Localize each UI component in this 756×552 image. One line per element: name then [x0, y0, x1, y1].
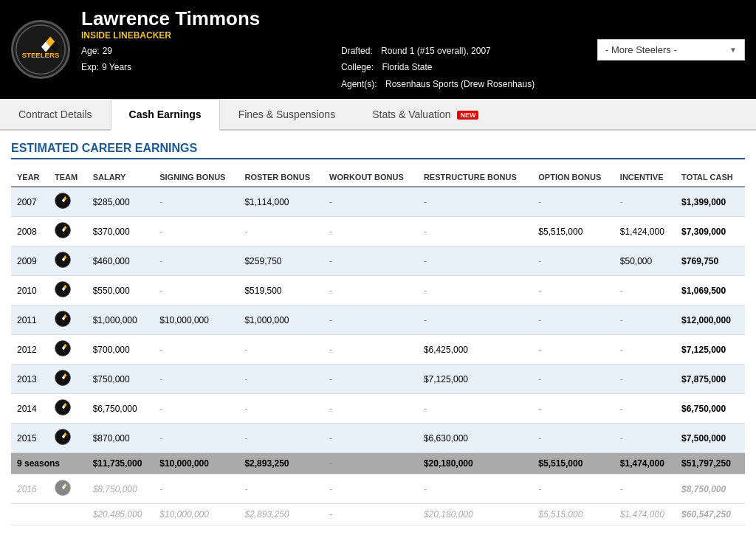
cell-restructure: -: [418, 394, 532, 424]
cell-option: -: [532, 276, 614, 306]
cell-roster: -: [238, 335, 323, 365]
cell-restructure: -: [418, 246, 532, 276]
cell-option: -: [532, 424, 614, 453]
cell-total: $6,750,000: [676, 394, 745, 424]
team-select-dropdown[interactable]: - More Steelers - ▼: [597, 39, 745, 61]
tab-fines-suspensions[interactable]: Fines & Suspensions: [220, 99, 354, 129]
cell-incentive: -: [614, 335, 676, 365]
total-roster: $2,893,250: [238, 453, 323, 475]
player-header: STEELERS Lawrence Timmons INSIDE LINEBAC…: [0, 0, 756, 99]
cell-year: 2010: [11, 276, 49, 306]
future-row: 2016 $8,750,000 - - - - - - $8,750,000: [11, 475, 745, 504]
cell-roster: $259,750: [238, 246, 323, 276]
drafted-value: Round 1 (#15 overall), 2007: [381, 44, 491, 58]
cell-year: 2007: [11, 187, 49, 217]
age-label: Age:: [81, 44, 100, 58]
table-header-row: YEAR TEAM SALARY SIGNING BONUS ROSTER BO…: [11, 168, 745, 187]
exp-value: 9 Years: [102, 60, 131, 75]
agents-value: Rosenhaus Sports (Drew Rosenhaus): [385, 77, 535, 92]
cell-salary: $750,000: [87, 365, 154, 394]
cell-signing: -: [154, 335, 238, 365]
cell-total: $1,399,000: [676, 187, 745, 217]
future-team: [49, 475, 87, 504]
cell-signing: -: [154, 217, 238, 246]
cell-signing: $10,000,000: [154, 306, 238, 335]
cell-incentive: $1,424,000: [614, 217, 676, 246]
college-value: Florida State: [382, 60, 432, 75]
cell-restructure: $7,125,000: [418, 365, 532, 394]
cell-workout: -: [323, 335, 418, 365]
cell-year: 2009: [11, 246, 49, 276]
cell-salary: $550,000: [87, 276, 154, 306]
header-right: - More Steelers - ▼: [597, 39, 745, 61]
cell-incentive: -: [614, 424, 676, 453]
table-row: 2010 $550,000 - $519,500 - - - - $1,069,…: [11, 276, 745, 306]
gt-signing: $10,000,000: [154, 504, 238, 525]
cell-option: -: [532, 246, 614, 276]
future-year: 2016: [11, 475, 49, 504]
cell-option: -: [532, 365, 614, 394]
th-signing-bonus: SIGNING BONUS: [154, 168, 238, 187]
tab-cash-earnings[interactable]: Cash Earnings: [111, 99, 220, 131]
agents-label: Agent(s):: [341, 77, 377, 92]
total-cash: $51,797,250: [676, 453, 745, 475]
cell-incentive: -: [614, 394, 676, 424]
gt-salary: $20,485,000: [87, 504, 154, 525]
gt-incentive: $1,474,000: [614, 504, 676, 525]
dropdown-arrow-icon: ▼: [729, 46, 737, 54]
future-workout: -: [323, 475, 418, 504]
th-workout-bonus: WORKOUT BONUS: [323, 168, 418, 187]
cell-total: $7,875,000: [676, 365, 745, 394]
cell-workout: -: [323, 276, 418, 306]
future-option: -: [532, 475, 614, 504]
cell-total: $12,000,000: [676, 306, 745, 335]
future-salary: $8,750,000: [87, 475, 154, 504]
section-title: ESTIMATED CAREER EARNINGS: [11, 142, 745, 159]
cell-total: $7,309,000: [676, 217, 745, 246]
cell-workout: -: [323, 217, 418, 246]
tab-contract-details[interactable]: Contract Details: [0, 99, 111, 129]
th-year: YEAR: [11, 168, 49, 187]
earnings-table: YEAR TEAM SALARY SIGNING BONUS ROSTER BO…: [11, 168, 745, 525]
cell-option: -: [532, 187, 614, 217]
cell-total: $769,750: [676, 246, 745, 276]
team-logo: STEELERS: [11, 20, 70, 79]
cell-restructure: -: [418, 217, 532, 246]
gt-roster: $2,893,250: [238, 504, 323, 525]
cell-workout: -: [323, 306, 418, 335]
team-select-label: - More Steelers -: [605, 44, 677, 55]
cell-incentive: -: [614, 306, 676, 335]
total-incentive: $1,474,000: [614, 453, 676, 475]
totals-row: 9 seasons $11,735,000 $10,000,000 $2,893…: [11, 453, 745, 475]
cell-incentive: -: [614, 187, 676, 217]
table-row: 2009 $460,000 - $259,750 - - - $50,000 $…: [11, 246, 745, 276]
cell-team: [49, 187, 87, 217]
cell-roster: -: [238, 365, 323, 394]
cell-workout: -: [323, 246, 418, 276]
th-roster-bonus: ROSTER BONUS: [238, 168, 323, 187]
future-roster: -: [238, 475, 323, 504]
gt-restructure: $20,180,000: [418, 504, 532, 525]
cell-option: $5,515,000: [532, 217, 614, 246]
cell-workout: -: [323, 187, 418, 217]
th-salary: SALARY: [87, 168, 154, 187]
tab-stats-valuation[interactable]: Stats & Valuation NEW: [354, 99, 497, 129]
cell-team: [49, 246, 87, 276]
cell-team: [49, 276, 87, 306]
cell-option: -: [532, 306, 614, 335]
cell-option: -: [532, 394, 614, 424]
grand-total-label: [11, 504, 87, 525]
tab-bar: Contract Details Cash Earnings Fines & S…: [0, 99, 756, 131]
cell-incentive: -: [614, 276, 676, 306]
table-row: 2011 $1,000,000 $10,000,000 $1,000,000 -…: [11, 306, 745, 335]
cell-team: [49, 217, 87, 246]
total-salary: $11,735,000: [87, 453, 154, 475]
cell-team: [49, 424, 87, 453]
cell-workout: -: [323, 394, 418, 424]
cell-roster: $1,114,000: [238, 187, 323, 217]
total-signing: $10,000,000: [154, 453, 238, 475]
cell-workout: -: [323, 365, 418, 394]
cell-total: $7,125,000: [676, 335, 745, 365]
exp-label: Exp:: [81, 60, 99, 75]
grand-total-row: $20,485,000 $10,000,000 $2,893,250 - $20…: [11, 504, 745, 525]
